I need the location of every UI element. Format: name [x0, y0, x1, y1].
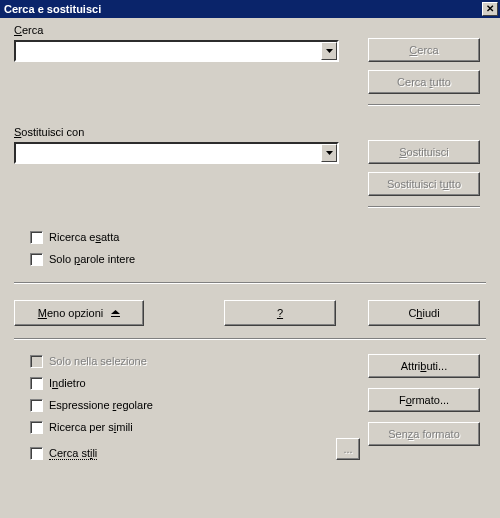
- separator-full-2: [14, 338, 486, 340]
- window-title: Cerca e sostituisci: [4, 3, 101, 15]
- checkbox-label: Espressione regolare: [49, 399, 153, 411]
- chevron-down-icon: [326, 151, 333, 155]
- close-button[interactable]: Chiudi: [368, 300, 480, 326]
- search-button[interactable]: Cerca: [368, 38, 480, 62]
- selection-only-checkbox: Solo nella selezione: [30, 354, 153, 368]
- checkbox-box: [30, 253, 43, 266]
- search-section: Cerca: [14, 24, 339, 62]
- checkbox-label: Ricerca esatta: [49, 231, 119, 243]
- checkbox-box: [30, 355, 43, 368]
- backward-checkbox[interactable]: Indietro: [30, 376, 153, 390]
- replace-button[interactable]: Sostituisci: [368, 140, 480, 164]
- search-label: Cerca: [14, 24, 339, 36]
- checkbox-box: [30, 421, 43, 434]
- dialog-content: Cerca Cerca Cerca tutto Sostituisci con …: [0, 18, 500, 518]
- attributes-button[interactable]: Attributi...: [368, 354, 480, 378]
- checkbox-box: [30, 377, 43, 390]
- titlebar: Cerca e sostituisci ✕: [0, 0, 500, 18]
- checkbox-label: Cerca stili: [49, 447, 97, 459]
- less-options-button[interactable]: Meno opzioni: [14, 300, 144, 326]
- similar-search-checkbox[interactable]: Ricerca per simili: [30, 420, 153, 434]
- checkbox-label: Solo parole intere: [49, 253, 135, 265]
- search-dropdown-button[interactable]: [321, 42, 337, 60]
- checkbox-label: Indietro: [49, 377, 86, 389]
- chevron-down-icon: [326, 49, 333, 53]
- search-combo[interactable]: [14, 40, 339, 62]
- search-input[interactable]: [16, 42, 321, 60]
- checkbox-box: [30, 447, 43, 460]
- svg-rect-0: [111, 316, 120, 317]
- help-button[interactable]: ?: [224, 300, 336, 326]
- close-icon[interactable]: ✕: [482, 2, 498, 16]
- caret-up-icon: [111, 307, 120, 319]
- checkbox-box: [30, 231, 43, 244]
- search-styles-checkbox[interactable]: Cerca stili: [30, 446, 153, 460]
- checkbox-box: [30, 399, 43, 412]
- replace-combo[interactable]: [14, 142, 339, 164]
- separator-right-2: [368, 206, 480, 208]
- no-format-button[interactable]: Senza formato: [368, 422, 480, 446]
- replace-input[interactable]: [16, 144, 321, 162]
- extended-options: Solo nella selezione Indietro Espression…: [30, 354, 153, 468]
- replace-dropdown-button[interactable]: [321, 144, 337, 162]
- replace-label: Sostituisci con: [14, 126, 339, 138]
- replace-section: Sostituisci con: [14, 126, 339, 164]
- separator-full-1: [14, 282, 486, 284]
- exact-search-checkbox[interactable]: Ricerca esatta: [30, 230, 135, 244]
- whole-words-checkbox[interactable]: Solo parole intere: [30, 252, 135, 266]
- format-button[interactable]: Formato...: [368, 388, 480, 412]
- replace-all-button[interactable]: Sostituisci tutto: [368, 172, 480, 196]
- similar-options-button[interactable]: ...: [336, 438, 360, 460]
- search-all-button[interactable]: Cerca tutto: [368, 70, 480, 94]
- basic-options: Ricerca esatta Solo parole intere: [30, 230, 135, 274]
- regex-checkbox[interactable]: Espressione regolare: [30, 398, 153, 412]
- checkbox-label: Solo nella selezione: [49, 355, 147, 367]
- separator-right-1: [368, 104, 480, 106]
- checkbox-label: Ricerca per simili: [49, 421, 133, 433]
